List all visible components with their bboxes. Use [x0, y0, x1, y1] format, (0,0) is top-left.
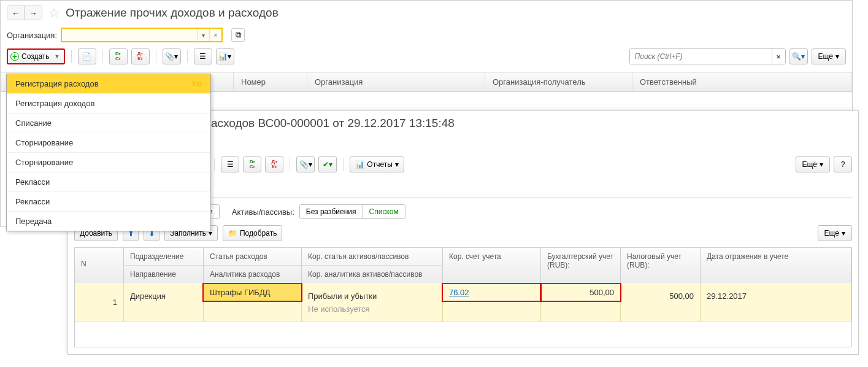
report-icon[interactable]: 📊▾: [216, 48, 234, 64]
nav-forward[interactable]: →: [25, 6, 42, 20]
separator: [156, 50, 156, 63]
ap-label: Активы/пассивы:: [232, 207, 294, 217]
seg-ap-list[interactable]: Списком: [363, 205, 405, 218]
reports-button[interactable]: 📊 Отчеты ▾: [350, 156, 404, 172]
col-cor-account[interactable]: Кор. счет учета: [443, 248, 540, 280]
help-icon[interactable]: ?: [834, 156, 852, 172]
search-icon[interactable]: 🔍▾: [789, 48, 808, 64]
copy-icon[interactable]: 📄: [78, 48, 96, 64]
menu-item-storno1[interactable]: Сторнирование: [7, 133, 210, 153]
cell-nu: 500,00: [621, 283, 701, 322]
header: ← → ☆ Отражение прочих доходов и расходо…: [1, 1, 852, 25]
plus-icon: +: [10, 52, 19, 61]
col-n[interactable]: N: [75, 248, 123, 280]
page-title: Отражение прочих доходов и расходов: [66, 6, 278, 20]
col-responsible[interactable]: Ответственный: [632, 72, 852, 91]
list-icon[interactable]: ☰: [194, 48, 212, 64]
cell-date: 29.12.2017: [701, 283, 851, 322]
org-dropdown[interactable]: ▾: [197, 29, 209, 41]
separator: [343, 158, 344, 171]
org-input-wrap: ▾ ×: [61, 28, 223, 42]
col-org-recv[interactable]: Организация-получатель: [485, 72, 632, 91]
expenses-table: N Подразделение Направление Статья расхо…: [74, 247, 852, 347]
col-direction[interactable]: Направление: [124, 266, 203, 283]
search-input[interactable]: [630, 49, 772, 64]
dtkt-icon[interactable]: ДтКт: [265, 156, 283, 172]
menu-item-reg-expenses[interactable]: Регистрация расходов Ins: [7, 74, 210, 94]
search-area: × 🔍▾ Еще ▾: [629, 48, 846, 64]
org-input[interactable]: [62, 29, 197, 41]
attach-icon[interactable]: 📎▾: [163, 48, 181, 64]
table-row[interactable]: 1 Дирекция Штрафы ГИБДД Прибыли и убытки…: [75, 283, 851, 322]
create-menu: Регистрация расходов Ins Регистрация дох…: [6, 74, 211, 231]
menu-item-reg-income[interactable]: Регистрация доходов: [7, 94, 210, 114]
separator: [187, 50, 188, 63]
check-icon[interactable]: ✔▾: [318, 156, 337, 172]
org-clear[interactable]: ×: [209, 29, 221, 41]
expenses-header: N Подразделение Направление Статья расхо…: [75, 248, 851, 283]
search-box: ×: [629, 48, 786, 64]
separator: [214, 158, 215, 171]
favorite-star-icon[interactable]: ☆: [48, 6, 60, 20]
drcr-icon[interactable]: DrCr: [109, 48, 128, 64]
separator: [290, 158, 290, 171]
separator: [102, 50, 103, 63]
cell-n: 1: [75, 283, 124, 322]
org-row: Организация: ▾ × ⧉: [1, 25, 852, 45]
org-popout-icon[interactable]: ⧉: [231, 28, 245, 42]
pick-button[interactable]: 📁 Подобрать: [223, 225, 282, 241]
dtkt-icon[interactable]: ДтКт: [131, 48, 150, 64]
cell-cor-article: Прибыли и убытки Не используется: [302, 283, 443, 322]
drcr-icon[interactable]: DrCr: [243, 156, 261, 172]
menu-item-storno2[interactable]: Сторнирование: [7, 153, 210, 172]
list-icon[interactable]: ☰: [221, 156, 239, 172]
col-article[interactable]: Статья расходов: [204, 248, 301, 266]
col-org[interactable]: Организация: [307, 72, 485, 91]
more-button[interactable]: Еще ▾: [796, 156, 830, 172]
menu-item-reclass1[interactable]: Рекласси: [7, 172, 210, 192]
attach-icon[interactable]: 📎▾: [296, 156, 315, 172]
cell-cor-account[interactable]: 76.02: [443, 283, 541, 322]
cell-bu[interactable]: 500,00: [541, 283, 621, 322]
col-cor-article[interactable]: Кор. статья активов/пассивов: [302, 248, 442, 266]
cell-dept: Дирекция: [124, 283, 204, 322]
col-number[interactable]: Номер: [234, 72, 307, 91]
nav-back[interactable]: ←: [7, 6, 25, 20]
col-dept[interactable]: Подразделение: [124, 248, 203, 266]
chevron-down-icon: ▼: [55, 53, 60, 60]
more-button[interactable]: Еще ▾: [818, 225, 852, 241]
ap-segment: Без разбиения Списком: [299, 204, 405, 219]
col-analytics[interactable]: Аналитика расходов: [204, 266, 301, 283]
col-bu[interactable]: Бухгалтерский учет (RUB):: [541, 248, 620, 280]
menu-item-writeoff[interactable]: Списание: [7, 114, 210, 133]
menu-item-transfer[interactable]: Передача: [7, 212, 210, 231]
search-clear[interactable]: ×: [772, 49, 785, 64]
toolbar: + Создать ▼ 📄 DrCr ДтКт 📎▾ ☰ 📊▾ × 🔍▾ Еще…: [1, 45, 852, 68]
more-button[interactable]: Еще ▾: [812, 48, 846, 64]
nav-buttons: ← →: [7, 6, 42, 20]
cell-article[interactable]: Штрафы ГИБДД: [204, 283, 302, 322]
seg-ap-no-split[interactable]: Без разбиения: [300, 205, 363, 218]
menu-item-reclass2[interactable]: Рекласси: [7, 192, 210, 212]
col-nu[interactable]: Налоговый учет (RUB):: [621, 248, 700, 280]
col-date-refl[interactable]: Дата отражения в учете: [701, 248, 851, 280]
col-cor-analytics[interactable]: Кор. аналитика активов/пассивов: [302, 266, 442, 283]
create-button[interactable]: + Создать ▼: [7, 48, 65, 64]
org-label: Организация:: [7, 31, 57, 40]
separator: [71, 50, 72, 63]
